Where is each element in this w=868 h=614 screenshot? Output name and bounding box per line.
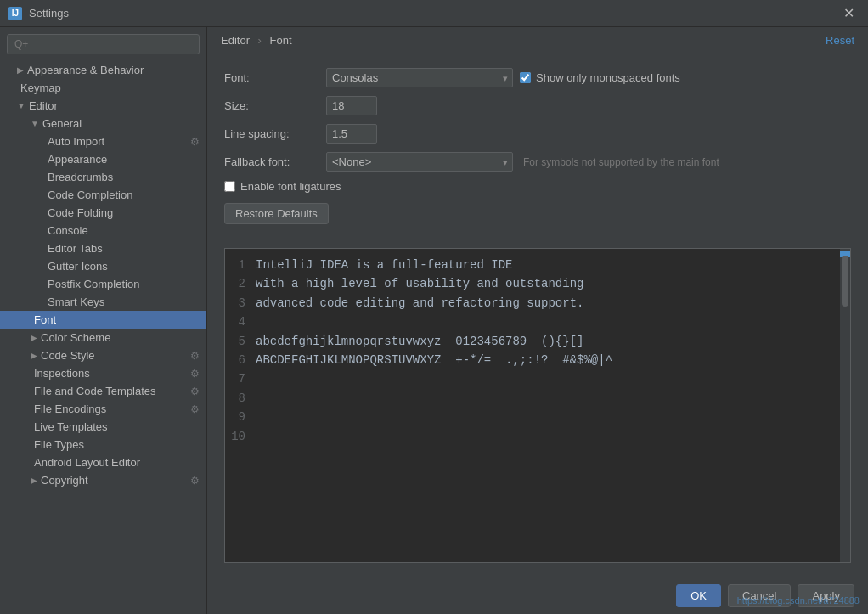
arrow-icon: ▶ [31, 351, 37, 360]
size-input[interactable] [326, 96, 377, 115]
preview-lines: 1 IntelliJ IDEA is a full-featured IDE 2… [225, 249, 840, 562]
line-number: 5 [225, 332, 256, 351]
enable-ligatures-label: Enable font ligatures [240, 180, 341, 193]
sidebar-item-code-folding[interactable]: Code Folding [0, 204, 206, 222]
sidebar-item-editor[interactable]: ▼ Editor [0, 97, 206, 115]
sidebar-item-smart-keys[interactable]: Smart Keys [0, 293, 206, 311]
preview-area: 1 IntelliJ IDEA is a full-featured IDE 2… [224, 248, 851, 563]
sidebar-item-label: Code Completion [48, 189, 132, 201]
preview-line-6: 6 ABCDEFGHIJKLMNOPQRSTUVWXYZ +-*/= .,;:!… [225, 351, 840, 369]
line-content [256, 408, 840, 426]
fallback-font-select[interactable]: <None> [326, 152, 513, 172]
sidebar-item-breadcrumbs[interactable]: Breadcrumbs [0, 168, 206, 186]
sidebar-item-live-templates[interactable]: Live Templates [0, 418, 206, 436]
content-area: Editor › Font Reset Font: Consolas [207, 27, 868, 614]
arrow-icon: ▼ [17, 101, 25, 110]
line-number: 9 [225, 408, 256, 426]
sidebar-item-label: File Types [34, 438, 84, 451]
sidebar-item-file-code-templates[interactable]: File and Code Templates ⚙ [0, 382, 206, 400]
restore-defaults-button[interactable]: Restore Defaults [224, 203, 329, 224]
line-spacing-input[interactable] [326, 124, 377, 144]
content-header: Editor › Font Reset [207, 27, 868, 54]
font-label: Font: [224, 71, 326, 84]
show-monospaced-checkbox[interactable] [520, 72, 531, 83]
font-row: Font: Consolas Show only monospaced font… [224, 68, 851, 87]
close-button[interactable]: ✕ [838, 3, 860, 23]
sidebar-item-label: Android Layout Editor [34, 456, 140, 469]
scrollbar-thumb [842, 256, 848, 307]
settings-window: IJ Settings ✕ ▶ Appearance & Behavior Ke… [0, 0, 868, 614]
sidebar-item-label: General [42, 117, 82, 130]
line-number: 7 [225, 369, 256, 388]
sidebar-item-label: Appearance [48, 153, 107, 166]
sidebar-item-console[interactable]: Console [0, 222, 206, 239]
sidebar-item-editor-tabs[interactable]: Editor Tabs [0, 239, 206, 257]
preview-line-2: 2 with a high level of usability and out… [225, 274, 840, 293]
sidebar-item-appearance-behavior[interactable]: ▶ Appearance & Behavior [0, 61, 206, 79]
enable-ligatures-row: Enable font ligatures [224, 180, 851, 193]
sidebar-item-label: Keymap [20, 82, 61, 94]
sidebar-item-code-style[interactable]: ▶ Code Style ⚙ [0, 346, 206, 364]
line-number: 3 [225, 294, 256, 313]
preview-line-4: 4 [225, 313, 840, 331]
search-input[interactable] [7, 34, 200, 54]
line-number: 6 [225, 351, 256, 369]
line-content: with a high level of usability and outst… [256, 274, 840, 293]
gear-icon: ⚙ [190, 350, 200, 362]
preview-scrollbar[interactable] [840, 249, 850, 562]
show-monospaced-label: Show only monospaced fonts [536, 71, 680, 84]
gear-icon: ⚙ [190, 386, 200, 397]
arrow-icon: ▼ [31, 119, 39, 128]
sidebar-item-copyright[interactable]: ▶ Copyright ⚙ [0, 471, 206, 489]
enable-ligatures-checkbox[interactable] [224, 181, 235, 192]
sidebar-item-label: Font [34, 313, 56, 326]
watermark: https://blog.csdn.net/a724888 [737, 595, 860, 606]
ok-button[interactable]: OK [676, 584, 721, 607]
sidebar-item-label: File Encodings [34, 403, 106, 415]
line-content: abcdefghijklmnopqrstuvwxyz 0123456789 ()… [256, 332, 840, 351]
sidebar-item-keymap[interactable]: Keymap [0, 79, 206, 97]
sidebar-item-label: Editor Tabs [48, 242, 103, 255]
breadcrumb-separator: › [258, 34, 262, 47]
gear-icon: ⚙ [190, 368, 200, 380]
sidebar: ▶ Appearance & Behavior Keymap ▼ Editor … [0, 27, 207, 614]
app-icon: IJ [8, 7, 22, 20]
show-monospaced-checkbox-label[interactable]: Show only monospaced fonts [520, 71, 680, 84]
reset-button[interactable]: Reset [826, 34, 854, 47]
preview-line-3: 3 advanced code editing and refactoring … [225, 294, 840, 313]
sidebar-item-file-types[interactable]: File Types [0, 436, 206, 453]
sidebar-item-label: Gutter Icons [48, 260, 108, 273]
sidebar-item-label: File and Code Templates [34, 385, 156, 397]
preview-line-9: 9 [225, 408, 840, 426]
line-number: 10 [225, 427, 256, 446]
line-number: 4 [225, 313, 256, 331]
line-content: advanced code editing and refactoring su… [256, 294, 840, 313]
sidebar-item-postfix-completion[interactable]: Postfix Completion [0, 275, 206, 293]
window-title: Settings [29, 7, 838, 20]
sidebar-item-gutter-icons[interactable]: Gutter Icons [0, 257, 206, 275]
sidebar-item-label: Live Templates [34, 420, 107, 433]
sidebar-item-label: Smart Keys [48, 296, 104, 308]
sidebar-item-android-layout-editor[interactable]: Android Layout Editor [0, 453, 206, 471]
line-content [256, 427, 840, 446]
sidebar-item-color-scheme[interactable]: ▶ Color Scheme [0, 329, 206, 346]
sidebar-tree: ▶ Appearance & Behavior Keymap ▼ Editor … [0, 61, 206, 614]
font-select[interactable]: Consolas [326, 68, 513, 87]
sidebar-item-label: Code Folding [48, 206, 113, 219]
sidebar-item-label: Breadcrumbs [48, 171, 113, 183]
main-layout: ▶ Appearance & Behavior Keymap ▼ Editor … [0, 27, 868, 614]
sidebar-item-file-encodings[interactable]: File Encodings ⚙ [0, 400, 206, 418]
sidebar-item-label: Editor [29, 99, 58, 112]
line-content [256, 389, 840, 408]
sidebar-item-inspections[interactable]: Inspections ⚙ [0, 364, 206, 382]
sidebar-item-appearance[interactable]: Appearance [0, 150, 206, 168]
form-content: Font: Consolas Show only monospaced font… [207, 54, 868, 248]
line-content: IntelliJ IDEA is a full-featured IDE [256, 256, 840, 274]
sidebar-item-code-completion[interactable]: Code Completion [0, 186, 206, 204]
gear-icon: ⚙ [190, 475, 200, 487]
sidebar-item-font[interactable]: Font [0, 311, 206, 329]
sidebar-item-auto-import[interactable]: Auto Import ⚙ [0, 132, 206, 150]
sidebar-item-label: Postfix Completion [48, 278, 139, 290]
gear-icon: ⚙ [190, 403, 200, 415]
sidebar-item-general[interactable]: ▼ General [0, 115, 206, 132]
